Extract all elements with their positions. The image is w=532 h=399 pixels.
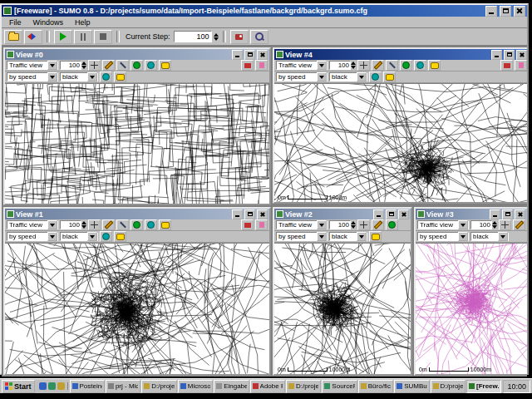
background-combo[interactable]: black: [329, 232, 367, 241]
close-button[interactable]: [398, 209, 409, 219]
play-button[interactable]: [54, 30, 72, 44]
zoom-spinner[interactable]: [81, 221, 86, 229]
menu-help[interactable]: Help: [69, 18, 96, 27]
network-map[interactable]: [416, 244, 527, 374]
zoom-spinner[interactable]: [351, 221, 356, 229]
view-type-combo[interactable]: Traffic view: [7, 220, 58, 229]
legend-button[interactable]: [369, 231, 382, 242]
taskbar-button[interactable]: Büro/fic...: [358, 380, 393, 393]
color-scheme-combo[interactable]: by speed: [276, 72, 328, 81]
maximize-button[interactable]: [244, 209, 255, 219]
child-title-bar[interactable]: View #1: [5, 209, 269, 219]
pick-button[interactable]: [116, 60, 129, 71]
maximize-button[interactable]: [502, 209, 513, 219]
snapshot-view-button[interactable]: [500, 60, 513, 71]
child-title-bar[interactable]: View #2: [274, 209, 411, 219]
taskbar-button[interactable]: Eingabe...: [214, 380, 249, 393]
background-combo[interactable]: black: [60, 72, 98, 81]
maximize-button[interactable]: [500, 6, 511, 17]
quicklaunch-icon[interactable]: [48, 382, 56, 390]
network-map[interactable]: [5, 84, 269, 204]
taskbar-button[interactable]: SourceF...: [322, 380, 357, 393]
zoom-spinner[interactable]: [351, 62, 356, 69]
minimize-button[interactable]: [491, 50, 502, 60]
quicklaunch-icon[interactable]: [57, 382, 65, 390]
zoom-field[interactable]: [60, 220, 81, 229]
minimize-button[interactable]: [490, 209, 500, 219]
recenter-button[interactable]: [88, 219, 101, 230]
network-map[interactable]: [5, 244, 269, 374]
taskbar-button[interactable]: D:/proje...: [431, 380, 466, 393]
edit-button[interactable]: [513, 219, 525, 230]
zoom-field[interactable]: [470, 220, 492, 229]
taskbar-button[interactable]: [Freew...: [466, 380, 501, 393]
tooltip-button[interactable]: [159, 60, 171, 71]
zoom-field[interactable]: [329, 220, 351, 229]
close-button[interactable]: [514, 6, 525, 17]
map-area[interactable]: [5, 83, 269, 204]
network-map[interactable]: [274, 84, 527, 202]
edit-button[interactable]: [102, 60, 115, 71]
grid-button[interactable]: [369, 71, 382, 82]
close-button[interactable]: [515, 209, 525, 219]
taskbar-button[interactable]: Posteing...: [70, 380, 105, 393]
zoom-spinner[interactable]: [81, 62, 86, 69]
taskbar-button[interactable]: SUMBuS...: [394, 380, 429, 393]
current-step-field[interactable]: [174, 31, 212, 42]
locate-button[interactable]: [250, 30, 268, 44]
view-type-combo[interactable]: Traffic view: [7, 61, 58, 70]
zoom-spinner[interactable]: [492, 221, 497, 229]
show-detectors-button[interactable]: [145, 60, 157, 71]
taskbar-button[interactable]: prj - Mic...: [106, 380, 140, 393]
stop-button[interactable]: [94, 30, 112, 44]
maximize-button[interactable]: [244, 50, 255, 60]
taskbar-button[interactable]: Microsof...: [178, 380, 213, 393]
close-button[interactable]: [257, 209, 268, 219]
pause-button[interactable]: [74, 30, 92, 44]
menu-file[interactable]: File: [3, 18, 27, 27]
tooltip-button[interactable]: [159, 219, 171, 230]
background-combo[interactable]: black: [329, 72, 367, 81]
close-button[interactable]: [516, 50, 527, 60]
map-area[interactable]: 0m10000m: [274, 243, 411, 374]
maximize-button[interactable]: [504, 50, 515, 60]
minimize-button[interactable]: [485, 6, 497, 17]
taskbar-button[interactable]: D:/proje...: [141, 380, 176, 393]
show-junctions-button[interactable]: [400, 60, 412, 71]
map-area[interactable]: [5, 243, 269, 374]
reload-button[interactable]: [24, 30, 42, 44]
view-type-combo[interactable]: Traffic view: [276, 220, 328, 229]
show-junctions-button[interactable]: [131, 60, 143, 71]
color-scheme-combo[interactable]: by speed: [276, 232, 328, 241]
show-junctions-button[interactable]: [131, 219, 143, 230]
tooltip-button[interactable]: [428, 60, 441, 71]
menu-windows[interactable]: Windows: [27, 18, 70, 27]
taskbar-button[interactable]: D:/proje...: [286, 380, 321, 393]
color-scheme-combo[interactable]: by speed: [7, 232, 58, 241]
show-detectors-button[interactable]: [145, 219, 157, 230]
background-combo[interactable]: black: [60, 232, 98, 241]
show-detectors-button[interactable]: [414, 60, 426, 71]
legend-button[interactable]: [114, 231, 126, 242]
minimize-button[interactable]: [373, 209, 384, 219]
child-title-bar[interactable]: View #0: [5, 49, 269, 60]
track-button[interactable]: [255, 219, 268, 230]
pick-button[interactable]: [116, 219, 129, 230]
maximize-button[interactable]: [386, 209, 397, 219]
recenter-button[interactable]: [499, 219, 511, 230]
pick-button[interactable]: [386, 60, 398, 71]
quicklaunch-icon[interactable]: [39, 382, 47, 390]
snapshot-view-button[interactable]: [241, 60, 254, 71]
child-title-bar[interactable]: View #4: [274, 49, 527, 60]
open-config-button[interactable]: [4, 30, 22, 44]
child-title-bar[interactable]: View #3: [416, 209, 527, 219]
view-type-combo[interactable]: Traffic view: [417, 220, 469, 229]
map-area[interactable]: 0m10000m: [416, 243, 527, 374]
edit-button[interactable]: [372, 219, 384, 230]
view-type-combo[interactable]: Traffic view: [276, 61, 328, 70]
zoom-field[interactable]: [60, 61, 81, 70]
track-button[interactable]: [515, 60, 527, 71]
edit-button[interactable]: [102, 219, 115, 230]
grid-button[interactable]: [100, 71, 112, 82]
legend-button[interactable]: [383, 71, 396, 82]
